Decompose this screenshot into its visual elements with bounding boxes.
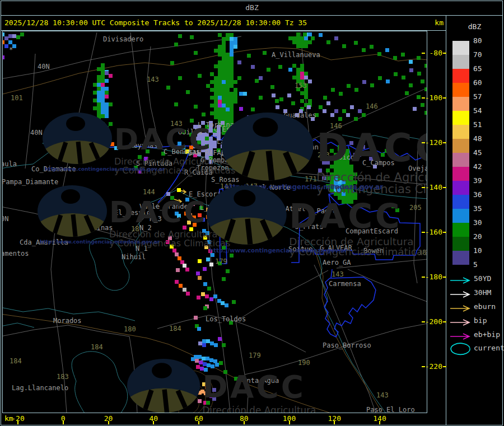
radar-echo-pixel	[319, 105, 323, 109]
colorbar-value-label: 5	[473, 261, 496, 269]
right-axis-tick-mark	[422, 97, 425, 99]
route-number-label: 190	[298, 359, 310, 366]
radar-echo-pixel	[230, 64, 234, 68]
radar-echo-pixel	[226, 111, 230, 115]
colorbar-value-label: 10	[473, 247, 496, 255]
legend-label: eb+bip	[474, 331, 500, 339]
radar-echo-pixel	[101, 87, 105, 91]
radar-echo-pixel	[239, 92, 243, 96]
radar-echo-pixel	[292, 40, 296, 44]
radar-echo-pixel	[105, 79, 109, 83]
radar-echo-pixel	[362, 48, 366, 52]
colorbar-swatch	[452, 139, 469, 153]
radar-echo-pixel	[230, 45, 234, 49]
radar-echo-pixel	[222, 88, 226, 92]
colorbar-value-label: 80	[473, 37, 496, 45]
radar-echo-pixel	[308, 99, 312, 103]
radar-echo-pixel	[307, 105, 311, 109]
place-name-label: 0N	[2, 216, 8, 222]
radar-echo-pixel	[251, 107, 255, 111]
radar-echo-pixel	[206, 258, 210, 261]
radar-echo-pixel	[296, 72, 300, 76]
colorbar-value-label: 60	[473, 79, 496, 87]
right-axis-tick-mark	[422, 366, 425, 367]
radar-echo-pixel	[300, 68, 304, 72]
radar-echo-pixel	[222, 68, 226, 72]
radar-echo-pixel	[226, 76, 230, 80]
radar-echo-pixel	[230, 33, 234, 37]
radar-echo-pixel	[226, 104, 230, 107]
radar-echo-pixel	[222, 277, 226, 281]
radar-echo-pixel	[175, 252, 179, 256]
radar-echo-pixel	[230, 37, 234, 41]
radar-echo-pixel	[101, 67, 105, 71]
radar-echo-pixel	[93, 106, 97, 110]
route-number-label: 183	[57, 373, 69, 380]
radar-echo-pixel	[222, 57, 226, 60]
radar-echo-pixel	[326, 101, 330, 105]
right-axis-tick-mark	[443, 97, 446, 99]
radar-echo-pixel	[210, 80, 214, 84]
radar-echo-pixel	[222, 100, 226, 104]
radar-echo-pixel	[296, 44, 300, 48]
route-number-label: 184	[91, 344, 103, 350]
radar-echo-pixel	[230, 72, 234, 76]
radar-echo-pixel	[2, 40, 4, 44]
radar-echo-pixel	[101, 114, 105, 118]
colorbar-swatch	[452, 209, 469, 223]
radar-echo-pixel	[218, 107, 222, 111]
right-axis-tick-mark	[443, 187, 446, 188]
radar-echo-pixel	[232, 300, 236, 304]
radar-echo-pixel	[218, 80, 222, 84]
dacc-logo-icon	[38, 185, 107, 237]
radar-echo-pixel	[186, 292, 190, 296]
radar-echo-pixel	[409, 83, 413, 87]
radar-echo-pixel	[394, 72, 398, 76]
right-axis-tick-mark	[443, 277, 446, 278]
watermark-url: http://www.contingencias.mendoza.gov.ar	[45, 166, 165, 172]
radar-echo-pixel	[311, 36, 315, 40]
radar-echo-pixel	[218, 33, 222, 37]
radar-echo-pixel	[413, 107, 417, 111]
radar-echo-pixel	[97, 67, 101, 71]
place-name-label: Pampa_Diamante	[2, 179, 58, 185]
radar-echo-pixel	[304, 44, 308, 48]
radar-echo-pixel	[97, 75, 101, 79]
radar-echo-pixel	[101, 63, 105, 67]
radar-map-canvas[interactable]: DivisaderoA_VillanuevaGuadalesL_TorbinaU…	[2, 31, 427, 413]
radar-echo-pixel	[190, 119, 194, 123]
radar-echo-pixel	[304, 72, 308, 76]
radar-echo-pixel	[222, 53, 226, 57]
colorbar-value-label: 30	[473, 219, 496, 227]
radar-echo-pixel	[226, 64, 230, 68]
radar-echo-pixel	[105, 102, 109, 106]
bottom-axis-tick-mark	[108, 421, 109, 424]
radar-echo-pixel	[296, 40, 300, 44]
radar-echo-pixel	[20, 32, 24, 36]
route-number-label: 146	[366, 103, 378, 110]
place-name-label: aula	[2, 161, 17, 167]
place-name-label: amentos	[2, 250, 29, 257]
colorbar-value-label: 35	[473, 205, 496, 213]
radar-echo-pixel	[230, 41, 234, 45]
radar-echo-pixel	[230, 92, 234, 96]
radar-echo-pixel	[342, 44, 346, 48]
right-axis-tick-mark	[443, 232, 446, 233]
radar-echo-pixel	[386, 79, 390, 83]
colorbar-value-label: 20	[473, 233, 496, 241]
radar-echo-pixel	[213, 133, 217, 137]
radar-echo-pixel	[105, 114, 109, 118]
radar-echo-pixel	[230, 107, 234, 111]
colorbar-swatch	[452, 251, 469, 265]
radar-echo-pixel	[300, 40, 304, 44]
watermark-brand: DACC	[289, 197, 402, 236]
radar-echo-pixel	[16, 35, 20, 39]
radar-echo-pixel	[97, 99, 101, 102]
radar-echo-pixel	[303, 32, 307, 36]
colorbar-swatch	[452, 69, 469, 83]
radar-echo-pixel	[230, 57, 234, 60]
radar-echo-pixel	[202, 343, 206, 347]
radar-echo-pixel	[296, 36, 300, 40]
radar-echo-pixel	[174, 43, 178, 46]
radar-echo-pixel	[202, 113, 206, 116]
